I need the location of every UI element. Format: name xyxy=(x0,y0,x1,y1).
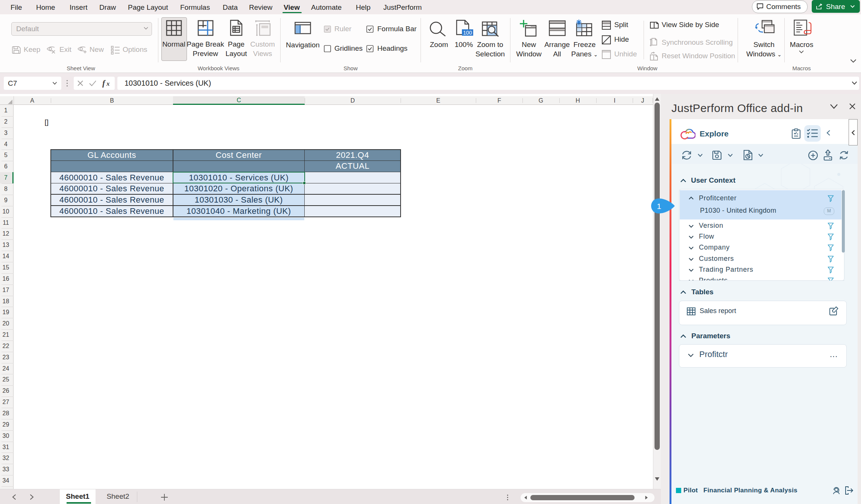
svg-text:1: 1 xyxy=(657,202,661,210)
svg-text:100: 100 xyxy=(463,30,472,36)
